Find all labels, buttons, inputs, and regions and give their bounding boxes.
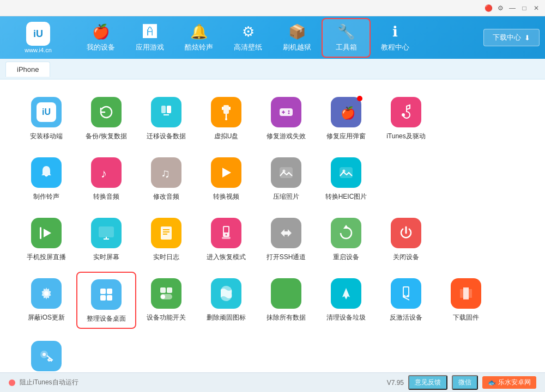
nav-label-tutorial: 教程中心 xyxy=(381,42,409,52)
wechat-button[interactable]: 微信 xyxy=(452,375,478,390)
svg-rect-29 xyxy=(107,289,112,294)
itunes-label: 阻止iTunes自动运行 xyxy=(20,378,78,387)
tool-icon-recovery-mode xyxy=(211,218,241,248)
tool-item-convert-audio[interactable]: ♪转换音频 xyxy=(76,151,136,206)
tool-item-realtime-log[interactable]: 实时日志 xyxy=(136,211,196,266)
tool-icon-itunes-driver xyxy=(391,97,421,127)
tool-icon-organize-desktop xyxy=(91,279,122,310)
tool-label-open-ssh: 打开SSH通道 xyxy=(267,253,306,262)
tool-item-restart-device[interactable]: 重启设备 xyxy=(316,211,376,266)
tool-icon-migrate-data xyxy=(151,97,181,127)
tool-label-compress-photos: 压缩照片 xyxy=(273,192,299,201)
tool-item-make-ringtone[interactable]: 制作铃声 xyxy=(16,151,76,206)
tool-icon-virtual-udisk xyxy=(211,97,241,127)
tools-grid: iU安装移动端备份/恢复数据迁移设备数据虚拟U盘修复游戏失效🍎修复应用弹窗iTu… xyxy=(16,90,529,372)
tool-icon-make-ringtone xyxy=(31,157,62,188)
tool-item-compress-photos[interactable]: 压缩照片 xyxy=(256,151,316,206)
tool-item-shutdown-device[interactable]: 关闭设备 xyxy=(376,211,436,266)
nav-item-app-games[interactable]: 🅰应用游戏 xyxy=(125,19,174,57)
svg-text:♪: ♪ xyxy=(101,167,107,180)
tool-label-itunes-driver: iTunes及驱动 xyxy=(386,132,426,141)
close-icon[interactable]: ✕ xyxy=(532,4,541,13)
nav-icon-jailbreak: 📦 xyxy=(288,23,306,40)
nav-item-tutorial[interactable]: ℹ教程中心 xyxy=(371,19,420,57)
download-center-button[interactable]: 下载中心 ⬇ xyxy=(483,29,540,46)
svg-point-40 xyxy=(43,353,46,356)
tool-item-convert-video[interactable]: 转换视频 xyxy=(196,151,256,206)
svg-point-7 xyxy=(288,111,290,112)
iphone-tab[interactable]: iPhone xyxy=(5,62,50,77)
svg-rect-16 xyxy=(340,168,352,177)
tool-item-remove-icons[interactable]: 删除顽固图标 xyxy=(196,272,256,329)
tool-item-screen-cast[interactable]: 手机投屏直播 xyxy=(16,211,76,266)
tool-item-clean-junk[interactable]: 清理设备垃圾 xyxy=(316,272,376,329)
nav-item-jailbreak[interactable]: 📦刷机越狱 xyxy=(272,19,322,57)
tool-item-deactivate[interactable]: 反激活设备 xyxy=(376,272,436,329)
svg-rect-25 xyxy=(222,237,231,239)
tool-item-edit-audio[interactable]: ♫修改音频 xyxy=(136,151,196,206)
tool-icon-fix-games xyxy=(271,97,301,127)
nav-item-ringtones[interactable]: 🔔酷炫铃声 xyxy=(174,19,223,57)
svg-rect-2 xyxy=(223,105,229,114)
nav-item-my-device[interactable]: 🍎我的设备 xyxy=(76,19,125,57)
maximize-icon[interactable]: □ xyxy=(520,4,529,13)
settings-icon[interactable]: ⚙ xyxy=(496,4,505,13)
tool-icon-fix-appcrash: 🍎 xyxy=(331,97,361,127)
nav-icon-app-games: 🅰 xyxy=(143,23,157,40)
nav-item-toolbox[interactable]: 🔧工具箱 xyxy=(322,18,371,58)
tool-item-device-switch[interactable]: 设备功能开关 xyxy=(136,272,196,329)
tool-label-download-firmware: 下载固件 xyxy=(453,313,479,322)
tool-item-organize-desktop[interactable]: 整理设备桌面 xyxy=(76,272,136,329)
tool-item-itunes-driver[interactable]: iTunes及驱动 xyxy=(376,90,436,145)
tool-row: 制作铃声♪转换音频♫修改音频转换视频压缩照片转换HEIC图片 xyxy=(16,151,529,206)
tool-item-realtime-screen[interactable]: 实时屏幕 xyxy=(76,211,136,266)
minimize-icon[interactable]: — xyxy=(508,4,517,13)
tool-label-fix-appcrash: 修复应用弹窗 xyxy=(326,132,366,141)
tool-item-recovery-mode[interactable]: 进入恢复模式 xyxy=(196,211,256,266)
tool-item-wipe-data[interactable]: 抹除所有数据 xyxy=(256,272,316,329)
tool-item-block-update[interactable]: 屏蔽iOS更新 xyxy=(16,272,76,329)
tool-item-fix-games[interactable]: 修复游戏失效 xyxy=(256,90,316,145)
tool-item-open-ssh[interactable]: 打开SSH通道 xyxy=(256,211,316,266)
svg-text:♫: ♫ xyxy=(161,167,170,180)
tool-item-fix-appcrash[interactable]: 🍎修复应用弹窗 xyxy=(316,90,376,145)
tool-label-convert-audio: 转换音频 xyxy=(93,192,119,201)
svg-rect-14 xyxy=(280,168,292,177)
svg-point-35 xyxy=(161,295,165,299)
tool-label-deactivate: 反激活设备 xyxy=(390,313,422,322)
tool-icon-convert-video xyxy=(211,157,241,188)
tool-icon-install-app: iU xyxy=(31,97,62,127)
nav-item-wallpapers[interactable]: ⚙高清壁纸 xyxy=(223,19,272,57)
tool-item-access-limit[interactable]: 访问限制 xyxy=(16,334,76,372)
svg-rect-37 xyxy=(404,287,408,295)
svg-point-24 xyxy=(226,234,227,236)
tool-item-convert-heic[interactable]: 转换HEIC图片 xyxy=(316,151,376,206)
svg-point-10 xyxy=(402,113,405,117)
tool-label-convert-video: 转换视频 xyxy=(213,192,239,201)
nav-label-app-games: 应用游戏 xyxy=(136,42,164,52)
feedback-button[interactable]: 意见反馈 xyxy=(408,375,447,390)
tool-item-download-firmware[interactable]: 下载固件 xyxy=(436,272,496,329)
svg-rect-4 xyxy=(229,107,231,110)
svg-point-38 xyxy=(405,295,407,297)
svg-rect-20 xyxy=(99,227,113,237)
nav-label-jailbreak: 刷机越狱 xyxy=(283,42,311,52)
nav-icon-my-device: 🍎 xyxy=(92,23,110,40)
tool-item-migrate-data[interactable]: 迁移设备数据 xyxy=(136,90,196,145)
status-indicator xyxy=(9,379,15,386)
tool-item-virtual-udisk[interactable]: 虚拟U盘 xyxy=(196,90,256,145)
tool-label-device-switch: 设备功能开关 xyxy=(147,313,186,322)
tool-label-wipe-data: 抹除所有数据 xyxy=(267,313,306,322)
tool-icon-compress-photos xyxy=(271,157,301,188)
tool-item-install-app[interactable]: iU安装移动端 xyxy=(16,90,76,145)
version-label: V7.95 xyxy=(387,379,404,387)
tool-label-convert-heic: 转换HEIC图片 xyxy=(325,192,367,201)
tool-icon-deactivate xyxy=(391,278,421,309)
minimize-button[interactable]: 🔴 xyxy=(484,4,493,13)
svg-rect-3 xyxy=(222,107,223,110)
svg-rect-32 xyxy=(160,287,166,293)
tool-row: 访问限制 xyxy=(16,334,529,372)
tool-item-backup-restore[interactable]: 备份/恢复数据 xyxy=(76,90,136,145)
svg-text:🍎: 🍎 xyxy=(341,106,354,120)
svg-rect-19 xyxy=(40,227,41,239)
